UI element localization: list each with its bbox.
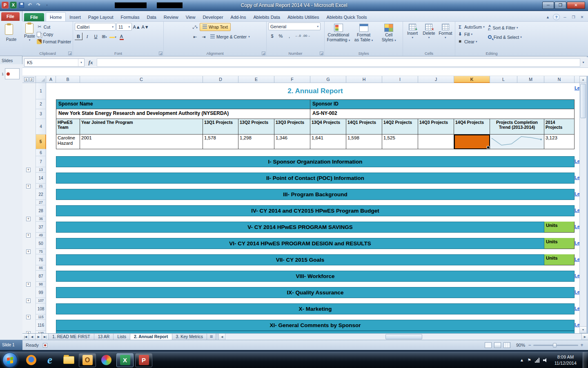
quarter-value-cell[interactable]: 1,346 bbox=[274, 135, 310, 149]
close-button[interactable]: ✕ bbox=[567, 2, 585, 9]
zoom-slider[interactable]: − + bbox=[528, 342, 584, 348]
legend-link[interactable]: Le bbox=[575, 257, 579, 262]
units-cell[interactable]: Units bbox=[544, 254, 575, 265]
align-left-icon[interactable] bbox=[165, 33, 173, 40]
table-header-cell[interactable]: 14Q3 Projects bbox=[418, 119, 454, 135]
column-header-B[interactable]: B bbox=[56, 76, 80, 83]
row-header-14[interactable]: 14 bbox=[36, 173, 46, 184]
minimize-button[interactable]: ─ bbox=[542, 2, 554, 9]
row-header-116[interactable]: 116 bbox=[36, 320, 46, 331]
autosum-button[interactable]: ΣAutoSum▾ bbox=[457, 23, 485, 30]
scroll-right-icon[interactable]: ▶ bbox=[581, 334, 588, 340]
vertical-scrollbar[interactable]: ▲ ▼ bbox=[579, 76, 587, 333]
row-header-1[interactable]: 1 bbox=[36, 83, 46, 99]
file-tab[interactable]: File bbox=[24, 13, 44, 21]
ribbon-tab-review[interactable]: Review bbox=[160, 13, 182, 21]
horizontal-scrollbar[interactable]: ◀ ▶ bbox=[218, 334, 588, 340]
zoom-out-icon[interactable]: − bbox=[528, 342, 532, 348]
quarter-value-cell[interactable]: 1,298 bbox=[238, 135, 274, 149]
font-size-select[interactable]: 11▾ bbox=[116, 23, 132, 31]
legend-link[interactable]: Le bbox=[575, 289, 579, 294]
column-header-F[interactable]: F bbox=[274, 76, 310, 83]
zoom-level[interactable]: 90% bbox=[513, 343, 525, 348]
format-as-table-button[interactable]: Format as Table ▾ bbox=[352, 22, 376, 51]
sparkline-cell[interactable] bbox=[490, 135, 544, 149]
row-header-107[interactable]: 107 bbox=[36, 298, 46, 303]
action-center-flag-icon[interactable]: ⚑ bbox=[528, 358, 531, 362]
copy-button[interactable]: Copy bbox=[36, 31, 72, 38]
column-header-D[interactable]: D bbox=[203, 76, 238, 83]
outline-level-1[interactable]: 1 bbox=[24, 77, 29, 82]
column-header-N[interactable]: N bbox=[544, 76, 575, 83]
section-bar-iv-cy-2014-and-cy2015-hpwes-program-budget[interactable]: IV- CY 2014 and CY2015 HPwES Program Bud… bbox=[56, 205, 575, 216]
total-header-cell[interactable]: 2014 Projects bbox=[544, 119, 575, 135]
outline-expand-button[interactable]: + bbox=[26, 249, 31, 254]
font-color-button[interactable]: A bbox=[118, 33, 125, 40]
comma-format-button[interactable]: , bbox=[285, 32, 293, 40]
row-header-50[interactable]: 50 bbox=[36, 238, 46, 249]
formula-input[interactable] bbox=[97, 58, 580, 67]
row-header-27[interactable]: 27 bbox=[36, 200, 46, 205]
workbook-minimize-icon[interactable]: ─ bbox=[561, 14, 568, 20]
selected-cell-K5[interactable] bbox=[454, 135, 490, 149]
wrap-text-button[interactable]: Wrap Text bbox=[200, 23, 231, 31]
workbook-close-icon[interactable]: ✕ bbox=[579, 14, 586, 20]
legend-link[interactable]: Le bbox=[575, 224, 579, 229]
sponsor-id-cell[interactable]: AS-NY-002 bbox=[310, 109, 575, 119]
ribbon-tab-insert[interactable]: Insert bbox=[66, 13, 85, 21]
column-header-M[interactable]: M bbox=[517, 76, 544, 83]
align-right-icon[interactable] bbox=[183, 33, 190, 40]
paste-icon[interactable] bbox=[5, 24, 13, 35]
quarter-value-cell[interactable]: 1,525 bbox=[382, 135, 418, 149]
row-header-13[interactable]: 13 bbox=[36, 167, 46, 173]
table-header-cell[interactable]: 14Q4 Projects bbox=[454, 119, 490, 135]
column-header-C[interactable]: C bbox=[80, 76, 203, 83]
workbook-restore-icon[interactable]: ❐ bbox=[570, 14, 577, 20]
column-header-G[interactable]: G bbox=[310, 76, 346, 83]
name-box-dropdown-icon[interactable]: ▾ bbox=[78, 59, 84, 66]
section-bar-ix-quality-assurance[interactable]: IX- Quality Assurance bbox=[56, 287, 575, 298]
insert-function-icon[interactable]: fx bbox=[85, 59, 97, 66]
row-header-28[interactable]: 28 bbox=[36, 205, 46, 216]
legend-link-stub[interactable]: Le bbox=[575, 173, 579, 184]
row-header-86[interactable]: 86 bbox=[36, 265, 46, 271]
legend-link[interactable]: Le bbox=[575, 159, 579, 164]
section-bar-vii-cy-2015-goals[interactable]: VII- CY 2015 Goals bbox=[56, 254, 544, 265]
legend-link-stub[interactable]: Le bbox=[575, 271, 579, 282]
table-header-cell[interactable]: 14Q1 Projects bbox=[346, 119, 382, 135]
row-header-21[interactable]: 21 bbox=[36, 184, 46, 189]
legend-link-stub[interactable]: Le bbox=[575, 156, 579, 167]
sheet-tab-13-ar[interactable]: 13 AR bbox=[94, 334, 114, 340]
accounting-format-button[interactable]: $ bbox=[268, 32, 276, 40]
legend-link[interactable]: Le bbox=[575, 240, 579, 245]
legend-link-stub[interactable]: Le bbox=[575, 254, 579, 265]
legend-link-stub[interactable]: Le bbox=[575, 238, 579, 249]
legend-link-stub[interactable]: Le bbox=[575, 205, 579, 216]
outline-expand-button[interactable]: + bbox=[26, 233, 31, 238]
column-header-E[interactable]: E bbox=[238, 76, 274, 83]
outline-expand-button[interactable]: + bbox=[26, 315, 31, 319]
ribbon-tab-developer[interactable]: Developer bbox=[199, 13, 227, 21]
powerpoint-file-tab[interactable]: File bbox=[1, 12, 20, 21]
orientation-icon[interactable]: ⤢▾ bbox=[191, 23, 199, 31]
ribbon-tab-ablebits-quick-tools[interactable]: Ablebits Quick Tools bbox=[323, 13, 371, 21]
shrink-font-button[interactable]: A▼ bbox=[141, 23, 149, 31]
row-header-98[interactable]: 98 bbox=[36, 282, 46, 287]
section-bar-v-cy-2014-hpwes-program-savings[interactable]: V- CY 2014 HPwES PROGRAM SAVINGS bbox=[56, 222, 544, 233]
font-dialog-launcher[interactable]: ◢ bbox=[159, 52, 163, 55]
delete-cells-button[interactable]: × Delete▾ bbox=[421, 22, 437, 51]
show-desktop-button[interactable] bbox=[583, 352, 587, 368]
last-sheet-icon[interactable]: ▶| bbox=[42, 334, 49, 340]
column-header-L[interactable]: L bbox=[490, 76, 517, 83]
sheet-tab-lists[interactable]: Lists bbox=[114, 334, 130, 340]
help-icon[interactable]: ? bbox=[553, 14, 560, 20]
insert-cells-button[interactable]: + Insert▾ bbox=[405, 22, 420, 51]
increase-indent-icon[interactable]: ⇥ bbox=[200, 33, 207, 40]
slide-thumbnail[interactable]: 1 bbox=[5, 68, 20, 79]
table-header-cell[interactable]: 14Q2 Projects bbox=[382, 119, 418, 135]
legend-link[interactable]: Le bbox=[575, 322, 579, 327]
legend-link-stub[interactable]: Le bbox=[575, 83, 579, 99]
conditional-formatting-button[interactable]: Conditional Formatting ▾ bbox=[326, 22, 351, 51]
bold-button[interactable]: B bbox=[75, 33, 82, 40]
row-header-108[interactable]: 108 bbox=[36, 303, 46, 314]
